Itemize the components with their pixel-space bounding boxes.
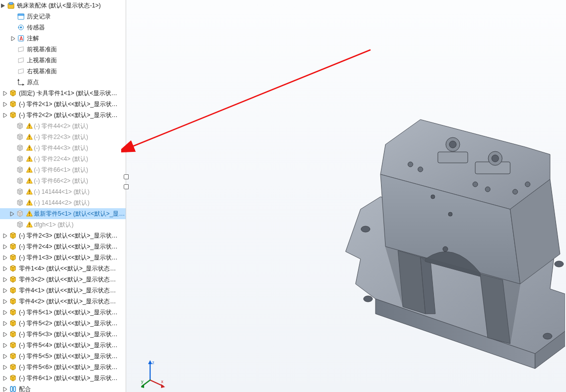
svg-marker-73 [3,277,7,282]
svg-rect-2 [9,2,13,4]
tree-component[interactable]: (-) 零件5<3> (默认<<默认>_显示状… [0,329,126,340]
tree-component[interactable]: (-) 141444<2> (默认) [0,197,126,208]
tree-component[interactable]: (-) 零件22<4> (默认) [0,153,126,164]
expand-icon[interactable] [2,299,8,304]
warning-icon [26,188,33,195]
tree-item[interactable]: 历史记录 [0,11,126,22]
expand-icon[interactable] [2,91,8,96]
expand-icon[interactable] [2,310,8,315]
part-icon [16,221,24,229]
warning-icon [26,123,33,130]
panel-resize-handle[interactable] [124,174,129,189]
model-3d-view[interactable] [126,0,565,392]
tree-item-label: 上视基准面 [27,55,126,66]
tree-component[interactable]: (-) 零件5<4> (默认<<默认>_显示状… [0,340,126,351]
tree-component[interactable]: (-) 零件2<2> (默认<<默认>_显示状… [0,110,126,121]
tree-item-label: (-) 零件44<3> (默认) [34,142,126,153]
tree-component[interactable]: (-) 零件44<3> (默认) [0,142,126,153]
tree-component[interactable]: (-) 零件44<2> (默认) [0,121,126,131]
tree-component[interactable]: (-) 零件5<6> (默认<<默认>_显示状… [0,362,126,373]
expand-icon[interactable] [2,332,8,337]
expand-icon[interactable] [2,244,8,250]
svg-rect-63 [29,223,30,225]
warning-icon [26,166,33,173]
tree-item[interactable]: 原点 [0,77,126,88]
tree-item-label: 零件3<2> (默认<<默认>_显示状态… [19,274,126,285]
tree-component[interactable]: (-) 零件6<1> (默认<<默认>_显示状… [0,373,126,384]
warning-icon [26,199,33,206]
svg-rect-50 [29,190,30,192]
tree-component[interactable]: 零件4<2> (默认<<默认>_显示状态… [0,296,126,307]
tree-item-label: 前视基准面 [27,44,126,55]
tree-component[interactable]: 零件4<1> (默认<<默认>_显示状态… [0,285,126,296]
tree-component[interactable]: (-) 零件5<1> (默认<<默认>_显示状… [0,307,126,318]
svg-marker-20 [3,102,7,107]
tree-item[interactable]: 上视基准面 [0,55,126,66]
tree-component[interactable]: (-) 零件2<1> (默认<<默认>_显示状… [0,99,126,110]
expand-icon[interactable] [2,102,8,107]
svg-marker-87 [3,354,7,359]
tree-item[interactable]: 传感器 [0,22,126,33]
tree-item[interactable]: 前视基准面 [0,44,126,55]
expand-icon[interactable] [2,376,8,381]
tree-component[interactable]: (-) 零件1<3> (默认<<默认>_显示状… [0,252,126,263]
expand-icon[interactable] [2,266,8,271]
svg-point-116 [431,195,435,199]
feature-tree-panel[interactable]: 铣床装配体 (默认<显示状态-1>) 历史记录传感器A注解前视基准面上视基准面右… [0,0,126,392]
expand-icon[interactable] [2,343,8,348]
tree-component[interactable]: (-) 零件5<5> (默认<<默认>_显示状… [0,351,126,362]
tree-item-label: (-) 141444<2> (默认) [34,197,126,208]
expand-icon[interactable] [2,365,8,370]
svg-rect-38 [29,157,30,159]
plane-icon [17,56,25,64]
part-icon [9,232,17,240]
tree-component[interactable]: (固定) 卡具零件1<1> (默认<显示状… [0,88,126,99]
svg-point-120 [364,296,373,302]
expand-icon[interactable] [2,255,8,261]
tree-component[interactable]: (-) 141444<1> (默认) [0,186,126,197]
tree-item-mates[interactable]: 配合 [0,384,126,392]
expand-icon[interactable] [10,36,16,41]
expand-icon[interactable] [2,387,8,392]
part-icon [9,363,17,371]
tree-item[interactable]: A注解 [0,33,126,44]
svg-rect-51 [29,193,30,194]
axis-triad[interactable]: z x y [141,359,165,389]
svg-rect-64 [29,226,30,227]
svg-point-109 [492,155,499,162]
svg-marker-91 [3,376,7,381]
tree-component[interactable]: (-) 零件5<2> (默认<<默认>_显示状… [0,318,126,329]
tree-component[interactable]: 零件1<4> (默认<<默认>_显示状态… [0,263,126,274]
svg-rect-35 [29,149,30,150]
svg-marker-69 [3,256,7,260]
svg-rect-55 [29,204,30,205]
tree-root[interactable]: 铣床装配体 (默认<显示状态-1>) [0,0,126,11]
expand-icon[interactable] [0,3,6,8]
expand-icon[interactable] [2,233,8,239]
graphics-viewport[interactable]: z x y [126,0,566,392]
tree-item[interactable]: 右视基准面 [0,66,126,77]
part-icon [9,264,17,272]
svg-rect-43 [29,171,30,172]
part-icon [9,352,17,360]
tree-component[interactable]: (-) 零件66<1> (默认) [0,164,126,175]
expand-icon[interactable] [2,113,8,118]
expand-icon[interactable] [9,211,15,217]
expand-icon[interactable] [2,288,8,293]
tree-component[interactable]: (-) 零件66<2> (默认) [0,175,126,186]
tree-component[interactable]: 零件3<2> (默认<<默认>_显示状态… [0,274,126,285]
expand-icon[interactable] [2,321,8,326]
tree-component[interactable]: (-) 零件2<3> (默认<<默认>_显示状… [0,230,126,241]
svg-rect-34 [29,146,30,148]
svg-rect-60 [29,215,30,216]
plane-icon [17,67,25,75]
part-icon [16,188,24,196]
tree-component[interactable]: (-) 零件2<4> (默认<<默认>_显示状… [0,241,126,252]
part-icon [9,275,17,283]
expand-icon[interactable] [2,354,8,359]
tree-component[interactable]: 最新零件5<1> (默认<<默认>_显… [0,208,126,219]
tree-component[interactable]: dfgh<1> (默认) [0,219,126,230]
tree-component[interactable]: (-) 零件22<3> (默认) [0,131,126,142]
expand-icon[interactable] [2,277,8,282]
svg-rect-104 [438,152,468,163]
